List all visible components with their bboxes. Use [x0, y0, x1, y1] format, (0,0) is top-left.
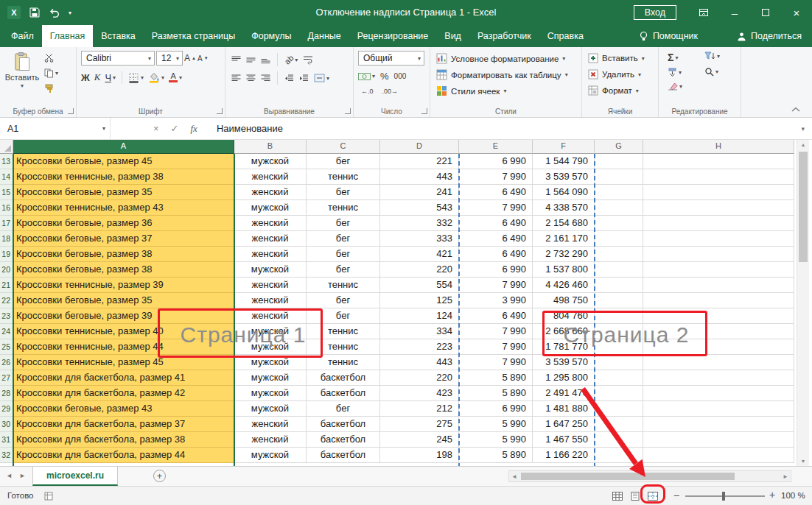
cell-sport[interactable]: баскетбол: [307, 370, 380, 386]
cell-total[interactable]: 1 537 800: [533, 262, 595, 278]
add-sheet-button[interactable]: +: [153, 470, 166, 482]
cell-empty-g[interactable]: [595, 231, 643, 247]
find-select-button[interactable]: ▾: [704, 67, 720, 77]
grow-font-button[interactable]: А▲: [184, 53, 196, 63]
cell-sport[interactable]: теннис: [307, 200, 380, 216]
cell-qty[interactable]: 125: [380, 293, 459, 308]
cell-empty-h[interactable]: [643, 154, 794, 169]
cell-qty[interactable]: 334: [380, 324, 459, 339]
delete-cells-button[interactable]: Удалить ▾: [588, 69, 641, 80]
row-header[interactable]: 22: [0, 293, 13, 308]
scroll-right-icon[interactable]: ►: [783, 473, 788, 480]
dialog-launcher-icon[interactable]: [217, 108, 223, 114]
cell-total[interactable]: 1 481 880: [533, 401, 595, 417]
accounting-format-button[interactable]: ▾: [358, 73, 375, 80]
cell-gender[interactable]: мужской: [234, 355, 307, 370]
cell-empty-g[interactable]: [595, 262, 643, 278]
ribbon-display-options-icon[interactable]: [688, 0, 719, 25]
align-center-button[interactable]: [246, 74, 256, 82]
cell-empty-h[interactable]: [643, 432, 794, 448]
undo-icon[interactable]: [49, 8, 60, 18]
row-header[interactable]: 31: [0, 432, 13, 448]
collapse-ribbon-icon[interactable]: [791, 107, 800, 112]
cell-empty-h[interactable]: [643, 247, 794, 262]
cell-total[interactable]: 2 491 470: [533, 386, 595, 401]
zoom-slider-thumb[interactable]: [722, 492, 725, 501]
increase-indent-button[interactable]: [299, 74, 309, 82]
cell-empty-h[interactable]: [643, 216, 794, 231]
cell-price[interactable]: 7 990: [459, 278, 533, 293]
cell-total[interactable]: 3 539 570: [533, 355, 595, 370]
cell-empty-h[interactable]: [643, 293, 794, 308]
cell-sport[interactable]: бег: [307, 293, 380, 308]
clear-button[interactable]: ▾: [668, 82, 682, 91]
cell-price[interactable]: 6 490: [459, 185, 533, 200]
h-scroll-thumb[interactable]: [521, 473, 735, 480]
cell-sport[interactable]: бег: [307, 401, 380, 417]
cell-total[interactable]: 1 166 220: [533, 448, 595, 463]
cell-gender[interactable]: мужской: [234, 386, 307, 401]
borders-button[interactable]: ▾: [128, 72, 144, 83]
cell-qty[interactable]: 423: [380, 386, 459, 401]
sort-filter-button[interactable]: ▾: [704, 52, 720, 61]
row-header[interactable]: 28: [0, 386, 13, 401]
cell-qty[interactable]: 198: [380, 448, 459, 463]
cell-name[interactable]: Кроссовки для баскетбола, размер 44: [13, 448, 234, 463]
cell-total[interactable]: 1 647 250: [533, 417, 595, 432]
cell-empty-h[interactable]: [643, 308, 794, 324]
cell-total[interactable]: 498 750: [533, 293, 595, 308]
cell-empty-g[interactable]: [595, 278, 643, 293]
row-header[interactable]: 15: [0, 185, 13, 200]
cell-empty-h[interactable]: [643, 278, 794, 293]
tab-help[interactable]: Справка: [539, 25, 592, 47]
name-box-dropdown-icon[interactable]: ▾: [102, 125, 105, 132]
column-header-g[interactable]: G: [595, 140, 643, 154]
cell-empty-g[interactable]: [595, 293, 643, 308]
cell-price[interactable]: 7 990: [459, 200, 533, 216]
cell-qty[interactable]: 332: [380, 216, 459, 231]
scroll-left-icon[interactable]: ◄: [511, 473, 517, 480]
cell-gender[interactable]: мужской: [234, 262, 307, 278]
row-header[interactable]: 23: [0, 308, 13, 324]
row-header[interactable]: 24: [0, 324, 13, 339]
font-color-button[interactable]: А ▾: [169, 72, 182, 82]
cell-sport[interactable]: баскетбол: [307, 432, 380, 448]
tab-view[interactable]: Вид: [436, 25, 469, 47]
cell-qty[interactable]: 421: [380, 247, 459, 262]
cell-styles-button[interactable]: Стили ячеек ▾: [436, 85, 506, 96]
cell-name[interactable]: Кроссовки беговые, размер 38: [13, 247, 234, 262]
cell-empty-h[interactable]: [643, 355, 794, 370]
formula-input[interactable]: Наименование: [217, 123, 283, 134]
autosum-button[interactable]: Σ▾: [668, 52, 682, 63]
cell-price[interactable]: 6 990: [459, 401, 533, 417]
tab-home[interactable]: Главная: [42, 25, 94, 47]
font-name-select[interactable]: Calibri▾: [81, 51, 155, 66]
column-header-b[interactable]: B: [234, 140, 307, 154]
align-middle-button[interactable]: [246, 56, 256, 64]
format-as-table-button[interactable]: Форматировать как таблицу ▾: [436, 69, 568, 80]
row-header[interactable]: 14: [0, 169, 13, 185]
row-header[interactable]: 27: [0, 370, 13, 386]
cell-gender[interactable]: мужской: [234, 401, 307, 417]
row-header[interactable]: 21: [0, 278, 13, 293]
cell-name[interactable]: Кроссовки для баскетбола, размер 41: [13, 370, 234, 386]
dialog-launcher-icon[interactable]: [345, 108, 351, 114]
cell-gender[interactable]: мужской: [234, 448, 307, 463]
cell-price[interactable]: 6 490: [459, 308, 533, 324]
vertical-scrollbar[interactable]: ▲ ▼: [797, 140, 809, 466]
tab-insert[interactable]: Вставка: [93, 25, 143, 47]
cell-empty-h[interactable]: [643, 370, 794, 386]
cell-gender[interactable]: женский: [234, 169, 307, 185]
column-header-d[interactable]: D: [380, 140, 459, 154]
cell-qty[interactable]: 220: [380, 262, 459, 278]
column-header-f[interactable]: F: [533, 140, 595, 154]
cell-qty[interactable]: 443: [380, 355, 459, 370]
font-size-select[interactable]: 12▾: [156, 51, 183, 66]
cell-total[interactable]: 2 732 290: [533, 247, 595, 262]
cell-empty-g[interactable]: [595, 308, 643, 324]
cell-gender[interactable]: женский: [234, 293, 307, 308]
cell-empty-g[interactable]: [595, 216, 643, 231]
maximize-button[interactable]: [750, 0, 781, 25]
copy-button[interactable]: ▾: [44, 68, 58, 78]
cell-sport[interactable]: баскетбол: [307, 386, 380, 401]
